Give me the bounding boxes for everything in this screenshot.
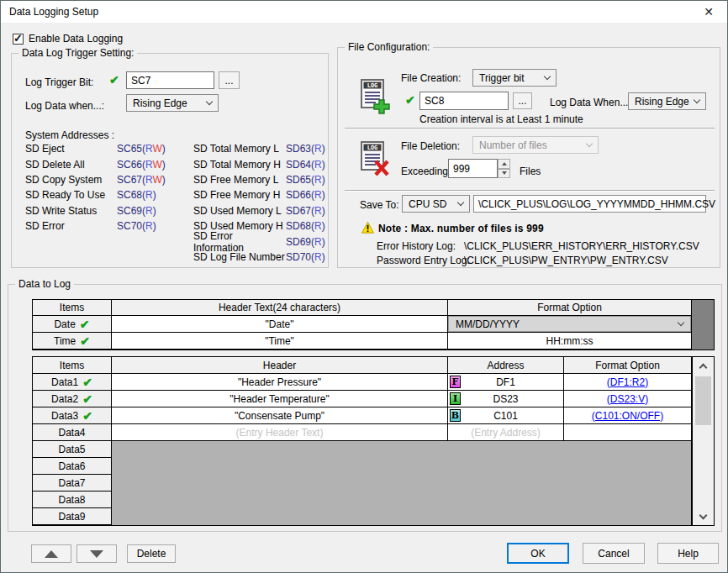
col-header-address: Address <box>448 357 564 374</box>
trigger-setting-group-title: Data Log Trigger Setting: <box>18 47 137 59</box>
format-option-link[interactable]: (DS23:V) <box>607 393 648 405</box>
data3-format-cell[interactable]: (C101:ON/OFF) <box>564 407 692 424</box>
creation-trigger-bit-input[interactable]: SC8 <box>419 92 509 110</box>
date-format-select[interactable]: MM/DD/YYYY <box>448 316 691 332</box>
sys-addr-value: SC67(RW) <box>117 174 166 186</box>
row-selector-data2[interactable]: Data2✔ <box>33 391 112 407</box>
date-format-cell[interactable]: MM/DD/YYYY <box>448 316 692 333</box>
down-arrow-icon <box>699 511 708 519</box>
files-label: Files <box>520 166 541 177</box>
date-header-text-cell[interactable]: "Date" <box>112 316 448 333</box>
log-trigger-bit-input[interactable]: SC7 <box>126 71 214 89</box>
cancel-button[interactable]: Cancel <box>583 543 645 564</box>
row-selector-data1[interactable]: Data1✔ <box>33 374 112 391</box>
sys-addr-value: SD66(R) <box>286 189 325 201</box>
exceeding-files-input[interactable]: 999 <box>448 159 498 178</box>
check-icon: ✔ <box>80 335 90 347</box>
log-file-delete-icon: LOG <box>360 140 390 177</box>
save-path-field[interactable]: \CLICK_PLUS\LOG\LOG_YYYYMMDD_HHMM.CSV <box>473 195 706 213</box>
sys-addr-label: SD Write Status <box>25 205 117 217</box>
chevron-down-icon <box>694 97 700 103</box>
data3-address-cell[interactable]: BC101 <box>448 407 564 424</box>
data4-header-cell[interactable]: (Entry Header Text) <box>112 424 448 441</box>
move-up-button[interactable] <box>31 544 71 563</box>
format-option-link[interactable]: (C101:ON/OFF) <box>592 410 663 422</box>
sys-addr-value: SD69(R) <box>286 236 325 248</box>
enable-data-logging-label: Enable Data Logging <box>29 33 123 45</box>
chevron-down-icon <box>457 199 464 206</box>
row-selector-data7[interactable]: Data7 <box>33 475 112 492</box>
scroll-down-button[interactable] <box>693 508 714 525</box>
row-selector-data3[interactable]: Data3✔ <box>33 407 112 424</box>
sys-addr-label: SD Copy System <box>25 174 117 186</box>
sys-addr-label: SD Eject <box>25 143 117 155</box>
sys-addr-value: SC66(RW) <box>117 159 166 171</box>
stepper-down-button[interactable] <box>498 169 510 179</box>
file-creation-label: File Creation: <box>401 72 461 84</box>
window-title: Data Logging Setup <box>9 6 98 18</box>
check-icon: ✔ <box>82 393 92 405</box>
data4-format-cell[interactable] <box>564 424 692 441</box>
warning-icon <box>361 222 374 234</box>
sys-addr-value: SD67(R) <box>286 205 325 217</box>
help-button[interactable]: Help <box>657 543 719 564</box>
data3-header-cell[interactable]: "Consensate Pump" <box>112 407 448 424</box>
row-selector-data4[interactable]: Data4 <box>33 424 112 441</box>
bit-type-icon: B <box>450 409 461 422</box>
browse-creation-bit-button[interactable]: ... <box>513 92 532 109</box>
row-selector-time[interactable]: Time✔ <box>33 333 112 350</box>
up-arrow-icon <box>699 363 708 371</box>
data1-format-cell[interactable]: (DF1:R2) <box>564 374 692 391</box>
chevron-down-icon <box>586 140 593 147</box>
log-data-when-select[interactable]: Rising Edge <box>126 94 219 112</box>
scrollbar-thumb[interactable] <box>695 376 711 425</box>
creation-interval-note: Creation interval is at Least 1 minute <box>419 113 583 125</box>
enable-data-logging-checkbox[interactable]: ✓ <box>13 34 24 45</box>
data1-header-cell[interactable]: "Header Pressure" <box>112 374 448 391</box>
data2-address-cell[interactable]: IDS23 <box>448 391 564 407</box>
time-format-cell[interactable]: HH:mm:ss <box>448 333 692 350</box>
data2-format-cell[interactable]: (DS23:V) <box>564 391 692 407</box>
sys-addr-label: SD Used Memory L <box>193 205 286 217</box>
delete-button[interactable]: Delete <box>127 544 176 563</box>
row-selector-date[interactable]: Date✔ <box>33 316 112 333</box>
entry-address-placeholder: (Entry Address) <box>471 427 541 439</box>
format-option-link[interactable]: (DF1:R2) <box>607 376 648 388</box>
trigger-setting-group: Data Log Trigger Setting: Log Trigger Bi… <box>11 53 329 268</box>
browse-trigger-bit-button[interactable]: ... <box>219 71 240 89</box>
sys-addr-value: SC68(R) <box>117 189 166 201</box>
scroll-up-button[interactable] <box>693 357 714 374</box>
enable-data-logging-row[interactable]: ✓ Enable Data Logging <box>13 33 123 45</box>
file-creation-select[interactable]: Trigger bit <box>472 69 557 87</box>
sys-addr-label: SD Error Information <box>193 230 286 254</box>
table-scrollbar[interactable] <box>692 357 714 525</box>
data4-address-cell[interactable]: (Entry Address) <box>448 424 564 441</box>
data1-address-cell[interactable]: FDF1 <box>448 374 564 391</box>
stepper-up-button[interactable] <box>498 159 510 169</box>
separator <box>345 190 715 192</box>
valid-check-icon: ✔ <box>109 74 119 86</box>
row-selector-data8[interactable]: Data8 <box>33 492 112 508</box>
row-selector-data5[interactable]: Data5 <box>33 441 112 458</box>
ok-button[interactable]: OK <box>507 543 569 564</box>
row-selector-data6[interactable]: Data6 <box>33 458 112 475</box>
sys-addr-value: SC70(R) <box>117 220 166 232</box>
sys-addr-label: SD Total Memory L <box>193 143 286 155</box>
close-icon[interactable]: ✕ <box>690 1 727 23</box>
move-down-button[interactable] <box>76 544 117 563</box>
row-selector-data9[interactable]: Data9 <box>33 508 112 525</box>
down-arrow-icon <box>502 171 507 175</box>
log-data-when2-select[interactable]: Rising Edge <box>628 92 706 110</box>
exceeding-files-stepper[interactable] <box>498 159 510 178</box>
data2-header-cell[interactable]: "Header Temperature" <box>112 391 448 407</box>
chevron-down-icon <box>544 73 551 80</box>
file-configuration-group: File Configuration: LOG File Creation: T… <box>337 47 720 268</box>
save-to-select[interactable]: CPU SD <box>402 195 470 213</box>
valid-check-icon: ✔ <box>405 94 415 106</box>
col-header-header: Header <box>112 357 448 374</box>
entry-header-placeholder: (Entry Header Text) <box>236 427 324 439</box>
sys-addr-value: SD68(R) <box>286 220 325 232</box>
down-triangle-icon <box>90 550 103 558</box>
check-icon: ✔ <box>82 410 92 422</box>
time-header-text-cell[interactable]: "Time" <box>112 333 448 350</box>
